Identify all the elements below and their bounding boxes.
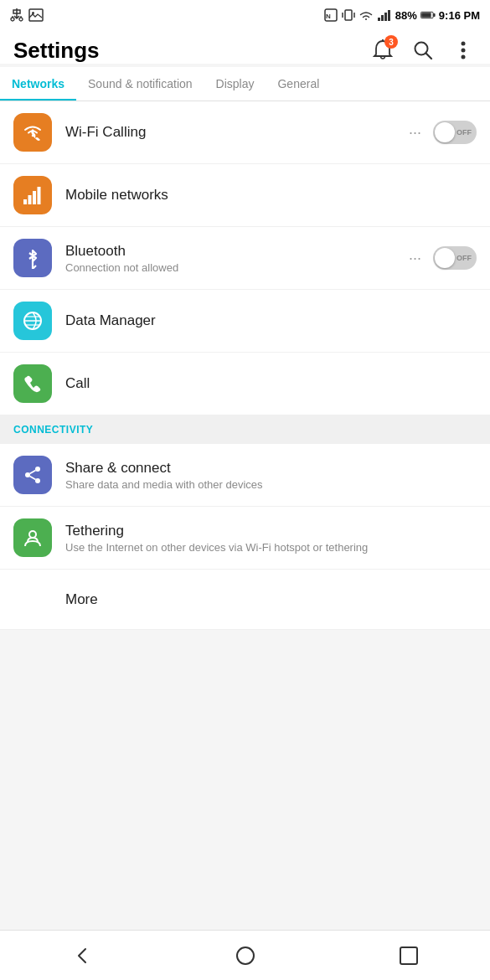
wifi-calling-menu-button[interactable]: ··· [404, 121, 426, 145]
header-icons: 3 [369, 37, 477, 64]
search-button[interactable] [410, 37, 436, 64]
mobile-networks-icon [22, 184, 44, 206]
share-connect-icon-wrap [13, 456, 52, 494]
call-icon [22, 373, 44, 395]
svg-rect-27 [38, 187, 41, 204]
image-icon [28, 8, 44, 22]
more-dots-icon [461, 40, 466, 60]
share-connect-item[interactable]: Share & connect Share data and media wit… [0, 444, 490, 507]
wifi-calling-toggle[interactable]: OFF [433, 121, 477, 144]
wifi-calling-item[interactable]: Wi-Fi Calling ··· OFF [0, 101, 490, 164]
bluetooth-toggle[interactable]: OFF [433, 246, 477, 270]
wifi-status-icon [358, 8, 374, 22]
search-icon [412, 39, 434, 61]
home-icon [234, 944, 257, 967]
notifications-button[interactable]: 3 [369, 37, 396, 64]
bluetooth-title: Bluetooth [65, 243, 404, 260]
more-item[interactable]: More [0, 570, 490, 630]
tab-sound-notification[interactable]: Sound & notification [76, 67, 204, 101]
more-options-button[interactable] [450, 37, 477, 64]
page-title: Settings [13, 38, 100, 64]
svg-rect-8 [345, 10, 352, 20]
svg-point-29 [25, 472, 30, 477]
mobile-networks-item[interactable]: Mobile networks [0, 164, 490, 227]
tethering-item[interactable]: Tethering Use the Internet on other devi… [0, 507, 490, 570]
mobile-networks-text: Mobile networks [65, 187, 477, 204]
call-item[interactable]: Call [0, 353, 490, 415]
tethering-text: Tethering Use the Internet on other devi… [65, 523, 477, 554]
back-button[interactable] [61, 939, 103, 972]
network-settings-list: Wi-Fi Calling ··· OFF Mob [0, 101, 490, 415]
svg-rect-13 [384, 13, 387, 21]
svg-point-0 [11, 18, 14, 21]
status-bar: N 88% 9:16 PM [0, 0, 490, 30]
share-connect-title: Share & connect [65, 460, 477, 477]
svg-point-35 [237, 947, 254, 964]
header: Settings 3 [0, 30, 490, 64]
tethering-icon-wrap [13, 518, 52, 557]
svg-point-30 [35, 467, 40, 472]
bluetooth-icon-wrap [13, 239, 52, 277]
data-manager-item[interactable]: Data Manager [0, 290, 490, 353]
tab-networks[interactable]: Networks [0, 67, 76, 101]
wifi-calling-icon-wrap [13, 113, 52, 152]
svg-rect-36 [400, 947, 417, 964]
content-area: Wi-Fi Calling ··· OFF Mob [0, 101, 490, 921]
recent-apps-icon [398, 945, 420, 967]
svg-rect-16 [433, 13, 435, 17]
mobile-networks-title: Mobile networks [65, 187, 477, 204]
svg-rect-24 [23, 199, 27, 204]
tab-general[interactable]: General [266, 67, 331, 101]
svg-line-20 [426, 54, 432, 59]
share-connect-text: Share & connect Share data and media wit… [65, 460, 477, 491]
connectivity-section-header: CONNECTIVITY [0, 415, 490, 444]
svg-point-31 [35, 478, 40, 483]
bottom-nav [0, 930, 490, 980]
svg-point-22 [462, 49, 466, 53]
more-title: More [65, 591, 477, 608]
back-icon [70, 944, 94, 967]
svg-line-33 [30, 477, 36, 480]
svg-point-1 [19, 18, 23, 21]
svg-rect-14 [388, 10, 390, 21]
bluetooth-icon [22, 247, 44, 269]
svg-rect-11 [378, 18, 380, 21]
notification-badge: 3 [384, 35, 398, 49]
nfc-icon: N [323, 8, 338, 23]
toggle-label-off: OFF [456, 128, 472, 137]
svg-text:N: N [326, 13, 331, 20]
recent-apps-button[interactable] [388, 939, 430, 972]
svg-rect-17 [421, 13, 431, 18]
svg-point-21 [462, 42, 466, 46]
call-text: Call [65, 375, 477, 392]
more-text: More [65, 591, 477, 608]
svg-point-23 [462, 55, 466, 59]
time: 9:16 PM [439, 9, 480, 22]
tab-display[interactable]: Display [204, 67, 266, 101]
data-manager-text: Data Manager [65, 312, 477, 329]
tethering-subtitle: Use the Internet on other devices via Wi… [65, 541, 477, 554]
data-manager-title: Data Manager [65, 312, 477, 329]
wifi-calling-text: Wi-Fi Calling [65, 124, 404, 141]
data-manager-icon [22, 310, 44, 332]
home-button[interactable] [224, 939, 266, 972]
wifi-calling-icon [22, 121, 44, 143]
call-icon-wrap [13, 364, 52, 403]
svg-rect-12 [381, 15, 384, 21]
tethering-icon [22, 527, 44, 549]
data-manager-icon-wrap [13, 302, 52, 340]
bluetooth-actions: ··· OFF [404, 246, 477, 271]
call-title: Call [65, 375, 477, 392]
bluetooth-menu-button[interactable]: ··· [404, 246, 426, 271]
bluetooth-item[interactable]: Bluetooth Connection not allowed ··· OFF [0, 227, 490, 290]
toggle-knob [435, 122, 455, 142]
bluetooth-toggle-label: OFF [456, 254, 472, 262]
svg-rect-25 [28, 195, 32, 204]
bluetooth-subtitle: Connection not allowed [65, 261, 404, 274]
connectivity-settings-list: Share & connect Share data and media wit… [0, 444, 490, 630]
wifi-calling-title: Wi-Fi Calling [65, 124, 404, 141]
bluetooth-text: Bluetooth Connection not allowed [65, 243, 404, 274]
tethering-title: Tethering [65, 523, 477, 539]
battery-icon [420, 10, 436, 20]
status-right-icons: N 88% 9:16 PM [323, 8, 480, 23]
